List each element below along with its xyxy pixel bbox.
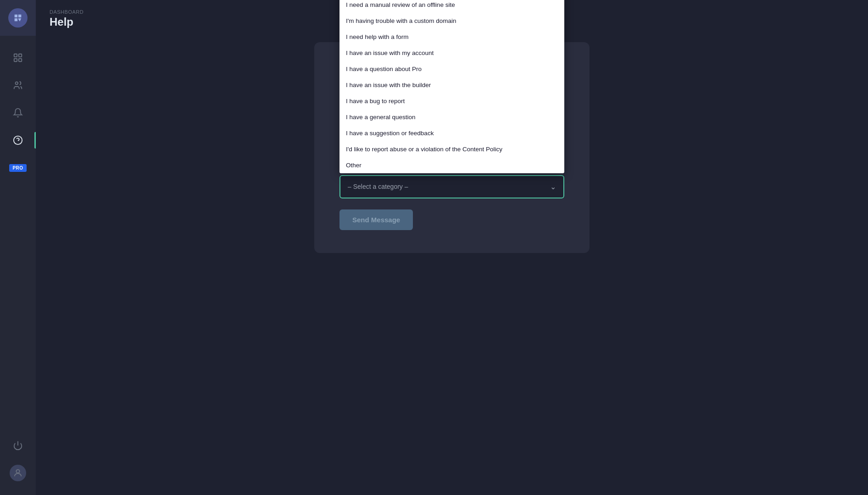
help-card: Need help? Having issues with a site, fo… xyxy=(314,42,590,253)
svg-point-8 xyxy=(16,470,19,473)
category-dropdown-menu[interactable]: – Select a category – I have an issue wi… xyxy=(339,0,564,173)
sidebar-bottom xyxy=(0,433,36,495)
dropdown-option-suggestion[interactable]: I have a suggestion or feedback xyxy=(339,125,564,141)
main-content: DASHBOARD Help Need help? Having issues … xyxy=(36,0,868,495)
dropdown-option-manual-review[interactable]: I need a manual review of an offline sit… xyxy=(339,0,564,13)
dropdown-option-custom-domain[interactable]: I'm having trouble with a custom domain xyxy=(339,13,564,29)
dropdown-option-abuse-report[interactable]: I'd like to report abuse or a violation … xyxy=(339,141,564,157)
pro-badge: PRO xyxy=(9,164,26,172)
dropdown-selected-label: – Select a category – xyxy=(348,183,408,190)
sidebar-item-users[interactable] xyxy=(0,72,36,98)
avatar xyxy=(10,465,26,481)
sidebar-item-power[interactable] xyxy=(0,433,36,458)
sidebar: PRO xyxy=(0,0,36,495)
svg-rect-1 xyxy=(19,54,22,57)
dropdown-option-general-question[interactable]: I have a general question xyxy=(339,109,564,125)
bell-icon xyxy=(13,108,23,118)
category-dropdown-container: – Select a category – I have an issue wi… xyxy=(339,175,564,198)
grid-icon xyxy=(13,53,23,63)
dropdown-option-account-issue[interactable]: I have an issue with my account xyxy=(339,45,564,61)
svg-point-4 xyxy=(16,82,18,85)
svg-rect-3 xyxy=(19,59,22,61)
user-icon xyxy=(13,468,23,478)
dropdown-option-builder-issue[interactable]: I have an issue with the builder xyxy=(339,77,564,93)
sidebar-item-avatar[interactable] xyxy=(0,460,36,486)
dropdown-option-pro-question[interactable]: I have a question about Pro xyxy=(339,61,564,77)
question-icon xyxy=(13,135,23,145)
dropdown-option-form-help[interactable]: I need help with a form xyxy=(339,29,564,45)
dropdown-option-other[interactable]: Other xyxy=(339,157,564,173)
svg-rect-2 xyxy=(14,59,17,61)
send-message-button[interactable]: Send Message xyxy=(339,209,413,230)
logo-icon xyxy=(8,8,28,28)
dropdown-option-bug-report[interactable]: I have a bug to report xyxy=(339,93,564,109)
category-dropdown-trigger[interactable]: – Select a category – ⌄ xyxy=(339,175,564,198)
content-area: Need help? Having issues with a site, fo… xyxy=(36,33,868,495)
sidebar-item-notifications[interactable] xyxy=(0,100,36,126)
svg-rect-0 xyxy=(14,54,17,57)
sidebar-item-dashboard[interactable] xyxy=(0,45,36,71)
sidebar-navigation: PRO xyxy=(0,36,36,433)
sidebar-item-help[interactable] xyxy=(0,127,36,153)
sidebar-item-pro[interactable]: PRO xyxy=(0,155,36,181)
power-icon xyxy=(13,440,23,451)
users-icon xyxy=(13,80,23,90)
chevron-down-icon: ⌄ xyxy=(550,182,556,191)
sidebar-logo[interactable] xyxy=(0,0,36,36)
